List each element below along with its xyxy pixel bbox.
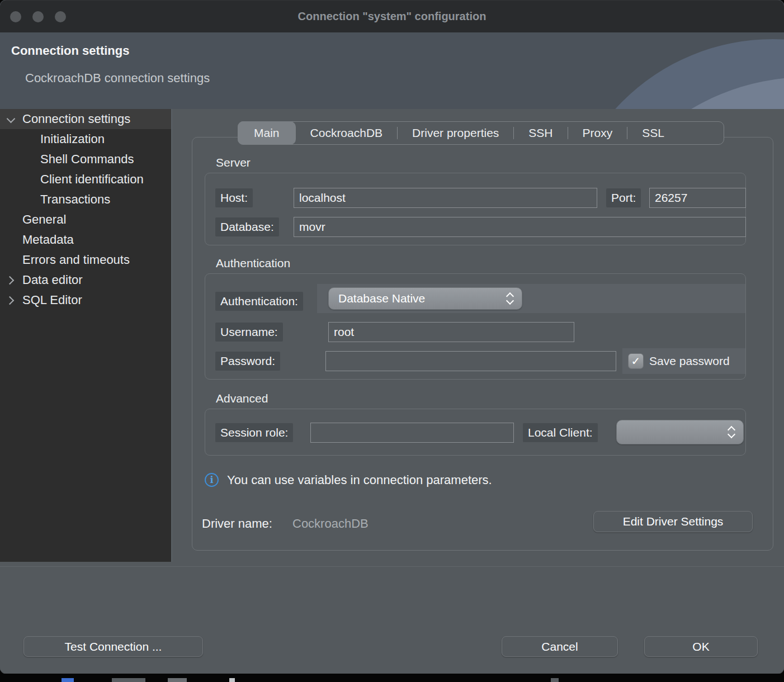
cancel-button[interactable]: Cancel — [502, 636, 618, 657]
desktop-fragment — [168, 678, 187, 682]
advanced-group: Session role: Local Client: — [205, 409, 746, 456]
sidebar-item-label: General — [22, 212, 66, 227]
server-group-legend: Server — [216, 156, 251, 169]
port-input[interactable] — [649, 188, 746, 208]
desktop-fragment — [551, 678, 559, 682]
authentication-select[interactable]: Database Native — [328, 287, 522, 310]
screen: Connection "system" configuration Connec… — [0, 0, 784, 682]
desktop-sliver — [0, 674, 784, 682]
titlebar: Connection "system" configuration — [0, 0, 784, 32]
test-connection-button[interactable]: Test Connection ... — [23, 636, 203, 657]
username-input[interactable] — [328, 322, 574, 342]
username-label: Username: — [215, 323, 283, 342]
advanced-group-legend: Advanced — [216, 392, 268, 405]
sidebar-item-initialization[interactable]: Initialization — [0, 129, 171, 149]
sidebar-item-metadata[interactable]: Metadata — [0, 230, 171, 250]
server-group: Host: Port: Database: — [205, 173, 746, 245]
password-label: Password: — [215, 352, 280, 371]
sidebar-item-label: Initialization — [40, 132, 105, 146]
host-input[interactable] — [294, 188, 597, 208]
sidebar-item-label: Errors and timeouts — [22, 253, 130, 267]
authentication-select-value: Database Native — [338, 292, 425, 305]
tree-chevron-icon — [7, 176, 15, 183]
info-message: You can use variables in connection para… — [227, 473, 492, 487]
chevron-updown-icon — [728, 425, 735, 439]
authentication-group: Authentication: Database Native Username… — [205, 273, 746, 380]
main-tab-panel: Server Host: Port: Database: Authenticat… — [192, 137, 773, 551]
footer-divider — [0, 566, 784, 567]
sidebar-item-label: Transactions — [40, 192, 110, 207]
tree-chevron-icon — [7, 155, 15, 163]
dialog-footer: Test Connection ... Cancel OK — [0, 562, 784, 674]
sidebar-item-shell-commands[interactable]: Shell Commands — [0, 149, 171, 169]
edit-driver-settings-button[interactable]: Edit Driver Settings — [593, 511, 753, 532]
chevron-down-icon[interactable] — [7, 115, 15, 123]
sidebar-item-label: Metadata — [22, 233, 74, 247]
tree-chevron-icon — [7, 236, 15, 244]
tab-ssh[interactable]: SSH — [514, 126, 567, 140]
password-input[interactable] — [325, 351, 616, 371]
sidebar-item-sql-editor[interactable]: SQL Editor — [0, 290, 171, 310]
sidebar-item-errors-and-timeouts[interactable]: Errors and timeouts — [0, 250, 171, 270]
sidebar-item-general[interactable]: General — [0, 210, 171, 230]
desktop-fragment — [62, 678, 74, 682]
sidebar-item-label: Connection settings — [22, 112, 130, 126]
sidebar-item-label: Client identification — [40, 172, 144, 187]
info-icon: i — [205, 473, 219, 487]
sidebar-item-label: SQL Editor — [22, 293, 82, 307]
save-password-checkbox[interactable]: ✓ — [628, 353, 644, 369]
dialog-header: Connection settings CockroachDB connecti… — [0, 32, 784, 109]
main-content: MainCockroachDBDriver propertiesSSHProxy… — [173, 109, 784, 562]
local-client-label: Local Client: — [523, 423, 598, 442]
port-label: Port: — [606, 188, 641, 207]
tab-cockroachdb[interactable]: CockroachDB — [296, 126, 398, 140]
sidebar-item-transactions[interactable]: Transactions — [0, 190, 171, 210]
sidebar-item-label: Data editor — [22, 273, 83, 287]
tree-chevron-icon — [7, 135, 15, 143]
ok-button[interactable]: OK — [644, 636, 758, 657]
window-title: Connection "system" configuration — [0, 0, 784, 32]
tree-chevron-icon — [7, 216, 15, 224]
chevron-right-icon[interactable] — [7, 296, 15, 304]
save-password-strip: ✓ Save password — [622, 348, 746, 374]
settings-tree: Connection settings Initialization Shell… — [0, 109, 172, 562]
tree-chevron-icon — [7, 256, 15, 264]
authentication-group-legend: Authentication — [216, 257, 290, 270]
sidebar-item-data-editor[interactable]: Data editor — [0, 270, 171, 290]
desktop-fragment — [229, 678, 235, 682]
authentication-label: Authentication: — [215, 292, 303, 311]
tab-proxy[interactable]: Proxy — [568, 126, 627, 140]
desktop-fragment — [112, 678, 145, 682]
driver-name-label: Driver name: — [202, 517, 272, 531]
page-subtitle: CockroachDB connection settings — [25, 71, 210, 86]
tab-bar: MainCockroachDBDriver propertiesSSHProxy… — [238, 121, 724, 145]
sidebar-item-label: Shell Commands — [40, 152, 134, 167]
chevron-updown-icon — [506, 292, 514, 305]
tree-chevron-icon — [7, 196, 15, 203]
local-client-select[interactable] — [616, 420, 744, 444]
session-role-input[interactable] — [310, 423, 514, 443]
tab-main[interactable]: Main — [238, 121, 296, 145]
tab-ssl[interactable]: SSL — [627, 126, 679, 140]
connection-configuration-dialog: Connection "system" configuration Connec… — [0, 0, 784, 674]
dialog-body: Connection settings Initialization Shell… — [0, 109, 784, 562]
host-label: Host: — [215, 188, 253, 207]
sidebar-item-client-identification[interactable]: Client identification — [0, 169, 171, 190]
database-label: Database: — [215, 217, 279, 236]
page-title: Connection settings — [11, 44, 129, 58]
session-role-label: Session role: — [215, 423, 293, 442]
tab-driver-properties[interactable]: Driver properties — [398, 126, 513, 140]
driver-name-value: CockroachDB — [292, 517, 369, 531]
database-input[interactable] — [294, 217, 746, 237]
save-password-label: Save password — [649, 354, 730, 368]
sidebar-item-connection-settings[interactable]: Connection settings — [0, 109, 171, 129]
chevron-right-icon[interactable] — [7, 276, 15, 284]
